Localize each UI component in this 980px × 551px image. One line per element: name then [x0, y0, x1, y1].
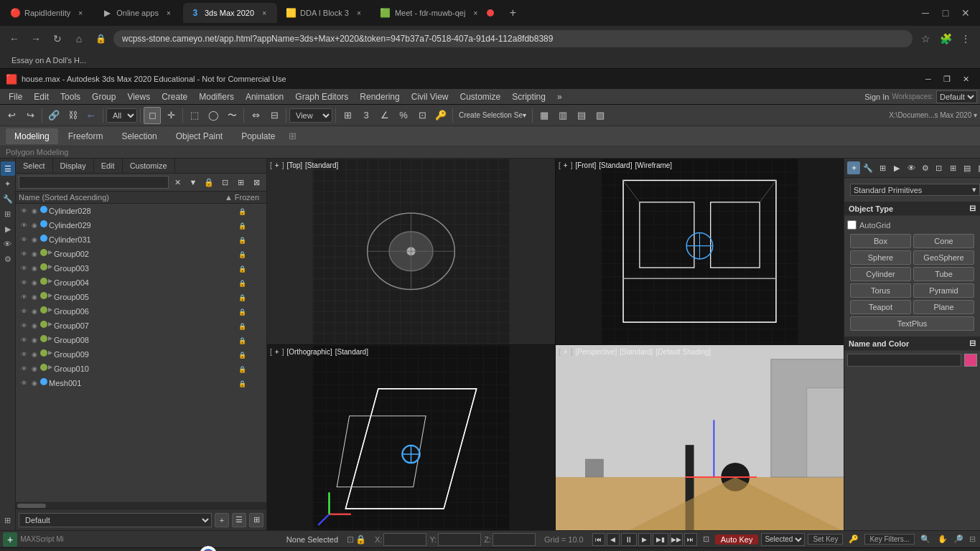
auto-key-btn[interactable]: Auto Key — [715, 534, 759, 545]
primitive-textplus-btn[interactable]: TextPlus — [850, 316, 974, 331]
z-input[interactable] — [493, 533, 536, 546]
scene-horizontal-scrollbar[interactable] — [16, 501, 266, 509]
menu-edit[interactable]: Edit — [28, 89, 55, 105]
render-frame-btn[interactable]: ▦ — [536, 107, 553, 124]
list-item[interactable]: 👁 ◉ Cylinder029 🔒 — [16, 218, 266, 232]
viewport-top[interactable]: [ + ] [Top] [Standard] — [267, 159, 555, 344]
add-object-btn[interactable]: + — [3, 532, 17, 547]
select-region-rect[interactable]: ⬚ — [186, 107, 203, 124]
tab-onlineapps[interactable]: ▶ Online apps × — [95, 3, 182, 23]
workspaces-select[interactable]: Default — [936, 90, 977, 103]
scene-search-input[interactable] — [19, 176, 169, 189]
layer-columns-btn[interactable]: ⊞ — [249, 513, 263, 527]
primitive-cylinder-btn[interactable]: Cylinder — [850, 267, 911, 281]
list-item[interactable]: 👁 ◉ ▶ Group009 🔒 — [16, 347, 266, 362]
tab-meet[interactable]: 🟩 Meet - fdr-muwb-qej × — [373, 3, 501, 23]
menu-views[interactable]: Views — [121, 89, 156, 105]
scene-options-btn[interactable]: ⊡ — [218, 175, 232, 189]
primitive-torus-btn[interactable]: Torus — [850, 283, 911, 298]
tab-close-2[interactable]: × — [163, 7, 174, 19]
object-type-section-header[interactable]: Object Type ⊟ — [844, 202, 980, 216]
viewport-top-view-label[interactable]: [Top] — [286, 161, 302, 169]
redo-btn[interactable]: ↪ — [22, 107, 39, 124]
color-swatch[interactable] — [964, 354, 977, 367]
lock-btn[interactable]: 🔒 — [202, 175, 216, 189]
primitive-tube-btn[interactable]: Tube — [913, 267, 974, 281]
render-settings-btn[interactable]: ▤ — [573, 107, 590, 124]
bookmark-star-icon[interactable]: ☆ — [917, 30, 934, 47]
viewport-front[interactable]: [ + ] [Front] [Standard] [Wireframe] — [556, 159, 844, 344]
list-item[interactable]: 👁 ◉ ▶ Group007 🔒 — [16, 319, 266, 333]
prev-frame-btn[interactable]: ⏮ — [592, 533, 605, 546]
pause-btn[interactable]: ⏸ — [621, 533, 637, 546]
rp-view1-icon[interactable]: ⊡ — [932, 161, 945, 174]
select-region-circle[interactable]: ◯ — [205, 107, 222, 124]
ribbon-freeform-tab[interactable]: Freeform — [60, 128, 112, 144]
selected-dropdown[interactable]: Selected — [761, 533, 805, 546]
rp-view2-icon[interactable]: ⊞ — [946, 161, 959, 174]
key-snap-btn[interactable]: 🔑 — [432, 107, 449, 124]
list-item[interactable]: 👁 ◉ Mesh001 🔒 — [16, 376, 266, 390]
viewport-front-wireframe-label[interactable]: [Wireframe] — [635, 161, 672, 169]
prev-key-btn[interactable]: ◀ — [607, 533, 620, 546]
max-restore-btn[interactable]: ❐ — [938, 72, 956, 85]
list-item[interactable]: 👁 ◉ ▶ Group002 🔒 — [16, 247, 266, 261]
viewport-persp-view-label[interactable]: [Perspective] — [575, 348, 617, 356]
category-dropdown[interactable]: Standard Primitives ▾ — [850, 184, 980, 196]
spinner-snap-btn[interactable]: ⊡ — [414, 107, 431, 124]
pan-icon[interactable]: ✋ — [936, 534, 949, 544]
rp-create-icon[interactable]: ✦ — [847, 161, 860, 174]
new-layer-btn[interactable]: + — [215, 513, 229, 527]
ribbon-object-paint-tab[interactable]: Object Paint — [167, 128, 231, 144]
tab-close-5[interactable]: × — [470, 7, 481, 19]
material-editor-btn[interactable]: ▧ — [592, 107, 609, 124]
ribbon-more-btn[interactable]: ⊞ — [289, 131, 297, 141]
list-item[interactable]: 👁 ◉ Cylinder031 🔒 — [16, 232, 266, 247]
viewport-ortho-shading-label[interactable]: [Standard] — [335, 348, 368, 356]
rotate-view-btn[interactable]: 3 — [358, 107, 375, 124]
utilities-icon[interactable]: ⚙ — [1, 252, 15, 266]
undo-btn[interactable]: ↩ — [3, 107, 20, 124]
next-key-btn[interactable]: ▶▶ — [670, 533, 683, 546]
search-filter-icon[interactable]: 🔍 — [918, 534, 933, 544]
zoom-region-time-icon[interactable]: ⊟ — [968, 534, 977, 544]
display-icon[interactable]: 👁 — [1, 237, 15, 251]
back-button[interactable]: ← — [6, 30, 23, 47]
viewport-perspective[interactable]: [ + ] [Perspective] [Standard] [Default … — [556, 345, 844, 531]
set-key-btn[interactable]: Set Key — [808, 534, 843, 545]
rp-view4-icon[interactable]: ▥ — [975, 161, 980, 174]
menu-animation[interactable]: Animation — [240, 89, 289, 105]
forward-button[interactable]: → — [27, 30, 45, 47]
time-config-btn[interactable]: ⊡ — [703, 534, 709, 544]
ribbon-populate-tab[interactable]: Populate — [233, 128, 284, 144]
scene-explorer-icon[interactable]: ☰ — [1, 161, 15, 176]
tab-close-1[interactable]: × — [75, 7, 86, 19]
scene-tab-customize[interactable]: Customize — [123, 159, 175, 173]
y-input[interactable] — [438, 533, 481, 546]
clear-search-btn[interactable]: ✕ — [170, 175, 185, 189]
viewport-ortho-view-label[interactable]: [Orthographic] — [286, 348, 332, 356]
viewport-persp-add-btn[interactable]: + — [564, 348, 568, 356]
layer-options-btn[interactable]: ☰ — [232, 513, 246, 527]
angle-snap-btn[interactable]: ∠ — [376, 107, 393, 124]
key-icon[interactable]: 🔑 — [846, 534, 862, 544]
minimize-chrome-btn[interactable]: ─ — [917, 4, 934, 22]
extensions-icon[interactable]: 🧩 — [937, 30, 954, 47]
menu-scripting[interactable]: Scripting — [506, 89, 551, 105]
viewport-ortho-add-btn[interactable]: + — [275, 348, 279, 356]
menu-group[interactable]: Group — [86, 89, 121, 105]
menu-file[interactable]: File — [3, 89, 28, 105]
close-chrome-btn[interactable]: ✕ — [957, 4, 974, 22]
tab-3dsmax[interactable]: 3 3ds Max 2020 × — [183, 3, 277, 23]
play-btn[interactable]: ▶ — [638, 533, 651, 546]
name-color-section-header[interactable]: Name and Color ⊟ — [844, 336, 980, 351]
next-frame-btn[interactable]: ⏭ — [684, 533, 697, 546]
list-item[interactable]: 👁 ◉ Cylinder028 🔒 — [16, 204, 266, 218]
ribbon-modeling-tab[interactable]: Modeling — [6, 128, 58, 144]
viewport-persp-shading-label[interactable]: [Standard] — [620, 348, 653, 356]
primitive-pyramid-btn[interactable]: Pyramid — [913, 283, 974, 298]
render-production-btn[interactable]: ▥ — [554, 107, 571, 124]
viewport-add-btn[interactable]: + — [275, 161, 279, 169]
unlink-btn[interactable]: ⛓ — [64, 107, 81, 124]
scene-options2-btn[interactable]: ⊞ — [233, 175, 248, 189]
